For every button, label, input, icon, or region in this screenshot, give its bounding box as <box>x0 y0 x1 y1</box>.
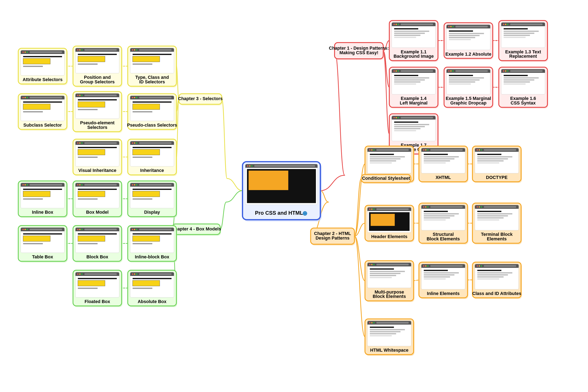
node-c3n8[interactable]: Inheritance <box>128 139 177 176</box>
svg-point-120 <box>371 149 372 150</box>
node-c3n4[interactable]: Subclass Selector <box>18 94 68 130</box>
chapter-hub-ch1[interactable]: Chapter 1 - Design Patterns:Making CSS E… <box>329 42 389 60</box>
node-c1n1[interactable]: Example 1.1Background Image <box>389 20 439 62</box>
node-label-c3n3: ID Selectors <box>139 79 165 84</box>
svg-rect-140 <box>424 160 450 162</box>
node-c4n2[interactable]: Box Model <box>73 181 122 218</box>
svg-point-272 <box>77 49 78 50</box>
node-c4n4[interactable]: Table Box <box>18 226 68 262</box>
node-c4n8[interactable]: Absolute Box <box>128 270 177 307</box>
node-c2n8[interactable]: Multi-purposeBlock Elements <box>365 261 414 302</box>
svg-rect-107 <box>394 122 418 123</box>
svg-point-273 <box>79 49 80 50</box>
svg-point-334 <box>81 142 82 144</box>
svg-point-309 <box>79 95 80 96</box>
node-c2n11[interactable]: HTML Whitespace <box>365 319 414 356</box>
node-label-c2n11: HTML Whitespace <box>370 348 408 353</box>
svg-rect-137 <box>424 154 448 155</box>
svg-rect-324 <box>132 101 171 102</box>
svg-rect-448 <box>132 288 152 289</box>
svg-point-372 <box>81 184 82 185</box>
svg-point-105 <box>398 117 399 118</box>
node-c1n3[interactable]: Example 1.3 TextReplacement <box>499 20 548 62</box>
node-c4n3[interactable]: Display <box>128 181 177 218</box>
svg-point-218 <box>427 266 428 267</box>
node-c2n10[interactable]: Class and ID Attributes <box>472 262 522 299</box>
connector <box>354 236 365 281</box>
svg-rect-348 <box>132 147 171 148</box>
node-c2n3[interactable]: DOCTYPE <box>473 146 522 183</box>
svg-point-333 <box>79 142 80 144</box>
svg-rect-347 <box>139 142 172 144</box>
mindmap-canvas: Pro CSS and HTMLChapter 1 - Design Patte… <box>0 0 588 392</box>
svg-rect-82 <box>449 81 475 82</box>
node-c4n6[interactable]: Inline-block Box <box>128 226 177 262</box>
node-c2n5[interactable]: Header Elements <box>365 205 414 242</box>
svg-rect-153 <box>477 158 508 160</box>
svg-rect-125 <box>370 158 401 160</box>
node-c1n4[interactable]: Example 1.4Left Marginal <box>389 67 439 108</box>
node-label-c2n2: XHTML <box>436 175 451 180</box>
svg-rect-323 <box>139 97 172 98</box>
svg-rect-313 <box>78 102 105 107</box>
node-c3n1[interactable]: Attribute Selectors <box>18 48 68 85</box>
svg-rect-109 <box>394 126 425 127</box>
svg-rect-263 <box>29 51 62 53</box>
node-c3n7[interactable]: Visual Inheritance <box>73 139 122 176</box>
svg-point-20 <box>396 24 397 25</box>
node-c1n2[interactable]: Example 1.2 Absolute <box>444 23 494 60</box>
node-c4n7[interactable]: Floated Box <box>73 270 122 307</box>
svg-rect-278 <box>78 64 98 65</box>
svg-rect-154 <box>477 160 504 162</box>
svg-rect-141 <box>424 162 446 164</box>
svg-rect-54 <box>504 35 530 36</box>
svg-rect-55 <box>504 37 526 38</box>
node-c2n2[interactable]: XHTML <box>419 146 468 183</box>
node-c3n5[interactable]: Pseudo-elementSelectors <box>73 92 122 133</box>
chapter-hub-ch4[interactable]: Chapter 4 - Box Models <box>171 224 221 236</box>
node-c3n3[interactable]: Type, Class andID Selectors <box>128 46 177 88</box>
svg-rect-385 <box>139 184 172 186</box>
chapter-hub-ch2[interactable]: Chapter 2 - HTMLDesign Patterns <box>311 228 355 245</box>
svg-rect-126 <box>370 160 396 162</box>
chapter-hub-ch3[interactable]: Chapter 3 - Selectors <box>178 94 223 106</box>
node-c4n5[interactable]: Block Box <box>73 226 122 262</box>
svg-point-443 <box>134 274 135 275</box>
svg-point-371 <box>79 184 80 185</box>
chapter-title-ch3: Chapter 3 - Selectors <box>178 96 223 101</box>
svg-point-202 <box>369 264 371 265</box>
svg-rect-300 <box>23 101 62 102</box>
svg-point-406 <box>77 229 78 230</box>
svg-rect-106 <box>401 117 433 118</box>
node-c2n4[interactable]: Conditional Stylesheet <box>361 174 412 184</box>
svg-rect-24 <box>394 30 429 32</box>
node-c1n6[interactable]: Example 1.6CSS Syntax <box>499 67 548 108</box>
node-c2n9[interactable]: Inline Elements <box>419 262 468 299</box>
svg-rect-127 <box>370 162 392 164</box>
root-node[interactable]: Pro CSS and HTML <box>242 162 322 221</box>
svg-rect-81 <box>449 79 480 80</box>
node-c3n2[interactable]: Position andGroup Selectors <box>73 46 122 88</box>
node-c2n6[interactable]: StructuralBlock Elements <box>419 203 468 244</box>
node-c2n7[interactable]: Terminal BlockElements <box>473 203 522 244</box>
svg-rect-312 <box>78 99 117 100</box>
node-label-c3n7: Visual Inheritance <box>78 168 116 173</box>
node-c4n1[interactable]: Inline Box <box>18 181 68 218</box>
svg-rect-205 <box>376 264 409 266</box>
svg-rect-251 <box>370 333 396 334</box>
svg-rect-349 <box>132 149 160 155</box>
svg-point-345 <box>134 142 135 144</box>
node-c3n6[interactable]: Pseudo-class Selectors <box>127 94 177 130</box>
svg-rect-207 <box>370 271 405 272</box>
svg-point-121 <box>373 149 374 150</box>
svg-point-203 <box>371 264 372 265</box>
svg-rect-95 <box>504 79 534 80</box>
svg-rect-363 <box>23 191 50 197</box>
svg-rect-52 <box>504 30 539 32</box>
svg-point-190 <box>481 206 482 208</box>
svg-rect-66 <box>394 77 429 78</box>
svg-point-310 <box>81 95 82 96</box>
node-c1n5[interactable]: Example 1.5 MarginalGraphic Dropcap <box>444 67 494 108</box>
svg-rect-276 <box>78 54 117 55</box>
svg-rect-397 <box>29 228 62 230</box>
